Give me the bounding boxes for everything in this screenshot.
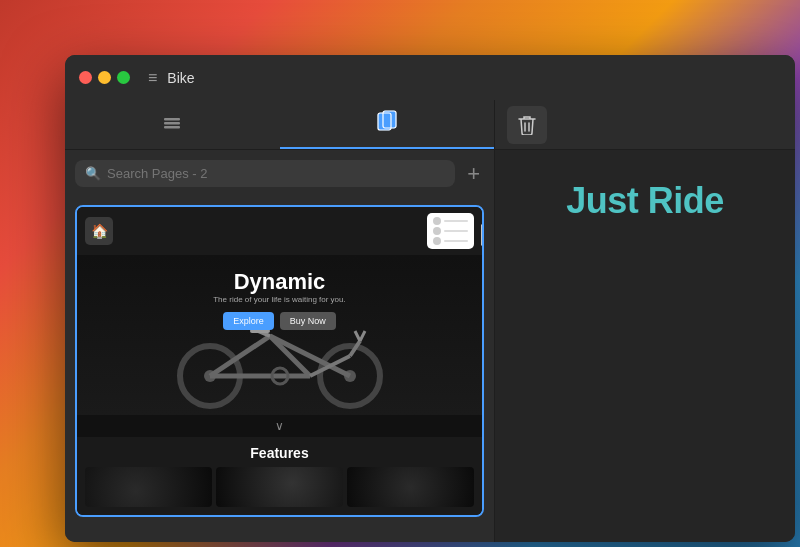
bike-hero-section: Dynamic The ride of your life is waiting… [77, 255, 482, 415]
feature-item-3 [347, 467, 474, 507]
window-title: Bike [167, 70, 194, 86]
settings-card [427, 213, 474, 249]
settings-line-1 [444, 220, 468, 222]
delete-button[interactable] [507, 106, 547, 144]
left-panel: 🔍 + 🏠 [65, 150, 495, 542]
toolbar-left [65, 100, 495, 149]
explore-button[interactable]: Explore [223, 312, 274, 330]
feature-item-1 [85, 467, 212, 507]
chevron-down: ∨ [77, 415, 482, 437]
feature-item-2 [216, 467, 343, 507]
preview-header: 🏠 [77, 207, 482, 255]
main-content: 🔍 + 🏠 [65, 150, 795, 542]
hero-subtitle: The ride of your life is waiting for you… [77, 295, 482, 304]
hamburger-icon[interactable]: ≡ [148, 69, 157, 87]
layers-icon [161, 112, 183, 138]
hero-buttons: Explore Buy Now [77, 312, 482, 330]
features-section: Features [77, 437, 482, 515]
settings-dot-1 [433, 217, 441, 225]
tab-layers[interactable] [65, 100, 280, 149]
buy-button[interactable]: Buy Now [280, 312, 336, 330]
settings-row-2 [433, 227, 468, 235]
add-page-button[interactable]: + [463, 161, 484, 187]
cursor-icon [478, 223, 484, 255]
minimize-button[interactable] [98, 71, 111, 84]
hero-content: Dynamic The ride of your life is waiting… [77, 255, 482, 330]
svg-line-16 [270, 336, 350, 376]
tab-pages[interactable] [280, 100, 495, 149]
chevron-down-icon: ∨ [275, 419, 284, 433]
just-ride-heading: Just Ride [566, 180, 724, 222]
search-input[interactable] [107, 166, 445, 181]
features-title: Features [85, 445, 474, 461]
pages-list: 🏠 [65, 197, 494, 525]
app-window: ≡ Bike [65, 55, 795, 542]
svg-rect-1 [164, 122, 180, 125]
settings-line-3 [444, 240, 468, 242]
traffic-lights [79, 71, 130, 84]
search-icon: 🔍 [85, 166, 101, 181]
svg-line-20 [355, 331, 360, 341]
settings-dot-3 [433, 237, 441, 245]
title-bar: ≡ Bike [65, 55, 795, 100]
svg-rect-0 [164, 118, 180, 121]
search-bar-row: 🔍 + [65, 150, 494, 197]
svg-rect-2 [164, 126, 180, 129]
home-icon: 🏠 [85, 217, 113, 245]
pages-icon [376, 110, 398, 138]
close-button[interactable] [79, 71, 92, 84]
right-panel: Just Ride [495, 150, 795, 542]
search-input-wrapper: 🔍 [75, 160, 455, 187]
features-grid [85, 467, 474, 507]
toolbar-right [495, 100, 559, 149]
settings-line-2 [444, 230, 468, 232]
maximize-button[interactable] [117, 71, 130, 84]
hero-title: Dynamic [77, 269, 482, 295]
toolbar [65, 100, 795, 150]
page-thumbnail[interactable]: 🏠 [75, 205, 484, 517]
settings-row-3 [433, 237, 468, 245]
settings-row-1 [433, 217, 468, 225]
settings-dot-2 [433, 227, 441, 235]
